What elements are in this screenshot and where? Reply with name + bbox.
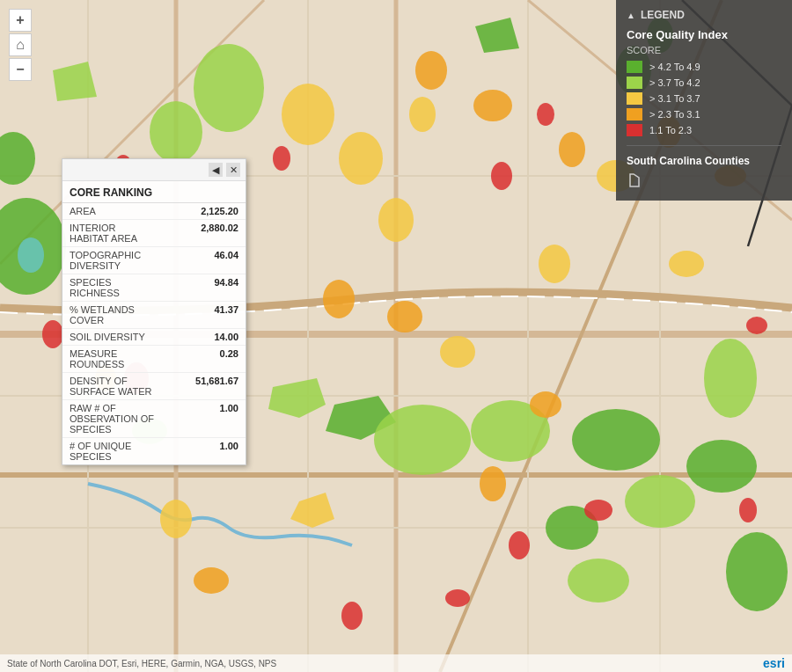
- attribution-text: State of North Carolina DOT, Esri, HERE,…: [7, 659, 276, 668]
- svg-point-48: [323, 280, 355, 318]
- legend-header-label: LEGEND: [641, 9, 685, 21]
- table-row: INTERIOR HABITAT AREA 2,880.02: [62, 220, 246, 247]
- table-row: TOPOGRAPHIC DIVERSITY 46.04: [62, 247, 246, 274]
- legend-header: ▲ LEGEND: [627, 9, 781, 21]
- popup-collapse-button[interactable]: ◀: [209, 163, 223, 177]
- row-label: RAW # OF OBSERVATION OF SPECIES: [62, 400, 163, 438]
- legend-panel: ▲ LEGEND Core Quality Index SCORE > 4.2 …: [616, 0, 792, 201]
- table-row: AREA 2,125.20: [62, 203, 246, 220]
- row-label: # OF UNIQUE SPECIES: [62, 438, 163, 465]
- svg-point-40: [539, 245, 570, 283]
- svg-point-51: [530, 391, 561, 418]
- svg-point-44: [669, 251, 704, 277]
- map-container[interactable]: + ⌂ − ◀ ✕ CORE RANKING AREA 2,125.20 INT…: [0, 0, 792, 672]
- zoom-in-button[interactable]: +: [9, 9, 32, 32]
- row-value: 2,880.02: [163, 220, 246, 247]
- legend-divider: [627, 145, 781, 146]
- legend-item: > 2.3 To 3.1: [627, 108, 781, 121]
- legend-item-label: > 3.7 To 4.2: [649, 77, 700, 88]
- popup-table: AREA 2,125.20 INTERIOR HABITAT AREA 2,88…: [62, 203, 246, 464]
- svg-point-26: [150, 101, 202, 163]
- svg-marker-27: [268, 378, 326, 418]
- svg-point-39: [440, 336, 475, 368]
- legend-collapse-icon: ▲: [627, 11, 635, 20]
- row-label: SPECIES RICHNESS: [62, 274, 163, 302]
- table-row: % WETLANDS COVER 41.37: [62, 302, 246, 329]
- popup-header-buttons: ◀ ✕: [209, 163, 240, 177]
- svg-point-64: [341, 602, 363, 630]
- svg-point-67: [739, 498, 757, 522]
- row-label: SOIL DIVERSITY: [62, 329, 163, 346]
- svg-point-30: [625, 475, 695, 528]
- legend-item: > 3.1 To 3.7: [627, 92, 781, 105]
- table-row: # OF UNIQUE SPECIES 1.00: [62, 438, 246, 465]
- svg-point-43: [160, 500, 192, 538]
- svg-point-20: [726, 532, 788, 611]
- legend-item-label: 1.1 To 2.3: [649, 125, 692, 135]
- legend-items: > 4.2 To 4.9 > 3.7 To 4.2 > 3.1 To 3.7 >…: [627, 61, 781, 136]
- popup-title: CORE RANKING: [62, 181, 246, 203]
- row-value: 94.84: [163, 274, 246, 302]
- row-label: INTERIOR HABITAT AREA: [62, 220, 163, 247]
- legend-county-item: [627, 172, 781, 188]
- svg-point-15: [0, 198, 66, 295]
- svg-point-55: [194, 567, 229, 594]
- row-value: 1.00: [163, 400, 246, 438]
- table-row: RAW # OF OBSERVATION OF SPECIES 1.00: [62, 400, 246, 438]
- legend-county-icon: [627, 172, 642, 188]
- svg-point-21: [546, 506, 598, 550]
- legend-score-label: SCORE: [627, 45, 781, 55]
- legend-item: > 3.7 To 4.2: [627, 77, 781, 89]
- table-row: MEASURE ROUNDESS 0.28: [62, 346, 246, 373]
- row-value: 2,125.20: [163, 203, 246, 220]
- popup-header: ◀ ✕: [62, 159, 246, 181]
- svg-point-33: [704, 339, 757, 418]
- legend-item-label: > 2.3 To 3.1: [649, 109, 700, 120]
- table-row: SOIL DIVERSITY 14.00: [62, 329, 246, 346]
- home-button[interactable]: ⌂: [9, 33, 32, 56]
- popup-close-button[interactable]: ✕: [226, 163, 240, 177]
- svg-marker-42: [290, 493, 334, 528]
- row-label: TOPOGRAPHIC DIVERSITY: [62, 247, 163, 274]
- legend-color-swatch: [627, 77, 642, 89]
- svg-point-25: [194, 44, 264, 132]
- svg-point-19: [686, 440, 757, 493]
- table-row: DENSITY OF SURFACE WATER 51,681.67: [62, 373, 246, 400]
- svg-point-45: [415, 51, 447, 90]
- svg-point-18: [572, 409, 660, 471]
- svg-point-68: [18, 237, 44, 273]
- svg-marker-32: [53, 62, 97, 101]
- svg-marker-22: [475, 18, 519, 53]
- legend-title: Core Quality Index: [627, 28, 781, 41]
- info-popup: ◀ ✕ CORE RANKING AREA 2,125.20 INTERIOR …: [62, 158, 246, 465]
- row-label: % WETLANDS COVER: [62, 302, 163, 329]
- svg-point-37: [378, 198, 414, 242]
- esri-logo: esri: [763, 656, 785, 670]
- legend-item-label: > 4.2 To 4.9: [649, 62, 700, 72]
- svg-point-49: [387, 301, 422, 332]
- legend-color-swatch: [627, 61, 642, 73]
- legend-item: 1.1 To 2.3: [627, 124, 781, 136]
- row-value: 0.28: [163, 346, 246, 373]
- row-value: 46.04: [163, 247, 246, 274]
- row-label: DENSITY OF SURFACE WATER: [62, 373, 163, 400]
- legend-color-swatch: [627, 108, 642, 121]
- svg-point-61: [584, 500, 612, 521]
- svg-point-47: [559, 132, 585, 167]
- svg-point-46: [473, 90, 512, 121]
- svg-point-36: [339, 132, 383, 185]
- attribution-bar: State of North Carolina DOT, Esri, HERE,…: [0, 654, 792, 672]
- svg-point-35: [282, 84, 334, 145]
- svg-point-29: [471, 400, 550, 462]
- svg-point-57: [42, 320, 63, 348]
- svg-point-28: [374, 405, 471, 475]
- map-controls: + ⌂ −: [9, 9, 32, 81]
- row-value: 14.00: [163, 329, 246, 346]
- row-value: 1.00: [163, 438, 246, 465]
- legend-color-swatch: [627, 124, 642, 136]
- row-label: MEASURE ROUNDESS: [62, 346, 163, 373]
- svg-point-59: [491, 162, 512, 190]
- row-value: 41.37: [163, 302, 246, 329]
- svg-point-58: [273, 146, 290, 171]
- zoom-out-button[interactable]: −: [9, 58, 32, 81]
